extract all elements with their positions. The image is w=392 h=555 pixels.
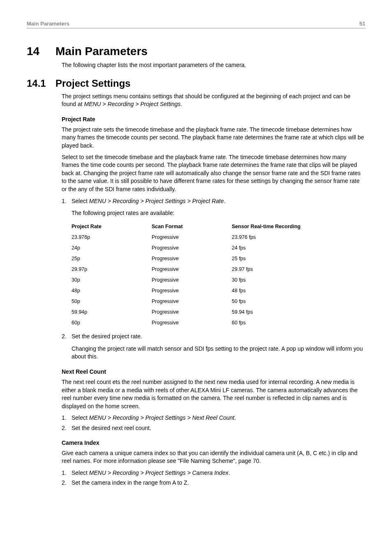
table-cell: 25p [71,253,152,264]
project-rate-step2-sub: Changing the project rate will match sen… [71,345,365,361]
project-rate-table: Project Rate Scan Format Sensor Real-tim… [71,221,322,328]
table-cell: 23.976 fps [232,232,322,243]
step1-path: MENU > Recording > Project Settings > Pr… [89,198,224,204]
table-cell: Progressive [152,232,232,243]
th-scan-format: Scan Format [152,221,232,232]
list-item: 2. Set the desired next reel count. [62,424,365,432]
page-header: Main Parameters 51 [27,21,365,28]
table-cell: 48p [71,285,152,296]
section-heading: 14.1 Project Settings [27,78,365,89]
camera-index-head: Camera Index [62,439,365,446]
chapter-title: Main Parameters [55,45,148,58]
table-cell: Progressive [152,317,232,328]
ci-step1-a: Select [71,469,89,476]
th-sensor-recording: Sensor Real-time Recording [232,221,322,232]
table-cell: Progressive [152,296,232,307]
table-cell: Progressive [152,275,232,285]
step1-c: . [224,198,226,204]
table-cell: 29.97p [71,264,152,275]
table-row: 59.94pProgressive59.94 fps [71,307,322,317]
section-intro: The project settings menu contains setti… [62,92,365,109]
table-cell: 60 fps [232,317,322,328]
chapter-heading: 14 Main Parameters [27,45,365,58]
header-title: Main Parameters [27,21,69,27]
nr-step1-a: Select [71,414,89,421]
table-cell: 25 fps [232,253,322,264]
table-cell: Progressive [152,264,232,275]
table-cell: Progressive [152,285,232,296]
table-row: 29.97pProgressive29.97 fps [71,264,322,275]
list-item: 1. Select MENU > Recording > Project Set… [62,197,365,205]
section-intro-c: . [181,101,182,107]
table-cell: 50 fps [232,296,322,307]
list-number: 2. [62,332,71,340]
project-rate-step1-sub: The following project rates are availabl… [71,209,365,217]
list-text: Select MENU > Recording > Project Settin… [71,469,365,477]
table-cell: 60p [71,317,152,328]
table-cell: 30p [71,275,152,285]
step1-a: Select [71,198,89,204]
table-header-row: Project Rate Scan Format Sensor Real-tim… [71,221,322,232]
list-item: 1. Select MENU > Recording > Project Set… [62,469,365,477]
list-text: Select MENU > Recording > Project Settin… [71,414,365,422]
chapter-number: 14 [27,45,55,58]
project-rate-step2-list: 2. Set the desired project rate. [62,332,365,340]
next-reel-head: Next Reel Count [62,368,365,375]
camera-index-p1: Give each camera a unique camera index s… [62,449,365,465]
table-cell: 23.976p [71,232,152,243]
table-row: 24pProgressive24 fps [71,243,322,253]
table-cell: 24p [71,243,152,253]
project-rate-head: Project Rate [62,116,365,123]
th-project-rate: Project Rate [71,221,152,232]
table-cell: 59.94p [71,307,152,317]
list-text: Select MENU > Recording > Project Settin… [71,197,365,205]
header-page-number: 51 [360,21,365,27]
table-cell: 30 fps [232,275,322,285]
table-row: 60pProgressive60 fps [71,317,322,328]
table-cell: 59.94 fps [232,307,322,317]
table-row: 48pProgressive48 fps [71,285,322,296]
table-row: 23.976pProgressive23.976 fps [71,232,322,243]
section-intro-path: MENU > Recording > Project Settings [84,101,181,107]
next-reel-steps: 1. Select MENU > Recording > Project Set… [62,414,365,432]
list-number: 1. [62,197,71,205]
list-item: 2. Set the camera index in the range fro… [62,479,365,487]
table-cell: Progressive [152,243,232,253]
table-cell: Progressive [152,307,232,317]
project-rate-step1-list: 1. Select MENU > Recording > Project Set… [62,197,365,205]
ci-step1-c: . [228,469,230,476]
list-item: 1. Select MENU > Recording > Project Set… [62,414,365,422]
chapter-intro: The following chapter lists the most imp… [62,61,365,69]
section-title: Project Settings [55,78,131,89]
section-number: 14.1 [27,78,55,89]
table-row: 25pProgressive25 fps [71,253,322,264]
list-item: 2. Set the desired project rate. [62,332,365,340]
table-cell: 29.97 fps [232,264,322,275]
project-rate-p1: The project rate sets the timecode timeb… [62,126,365,150]
camera-index-steps: 1. Select MENU > Recording > Project Set… [62,469,365,487]
table-cell: 24 fps [232,243,322,253]
list-text: Set the camera index in the range from A… [71,479,365,487]
list-text: Set the desired project rate. [71,332,365,340]
list-text: Set the desired next reel count. [71,424,365,432]
list-number: 2. [62,424,71,432]
table-row: 30pProgressive30 fps [71,275,322,285]
list-number: 1. [62,414,71,422]
project-rate-p2: Select to set the timecode timebase and … [62,153,365,194]
table-cell: 50p [71,296,152,307]
ci-step1-path: MENU > Recording > Project Settings > Ca… [89,469,228,476]
table-cell: Progressive [152,253,232,264]
table-row: 50pProgressive50 fps [71,296,322,307]
nr-step1-path: MENU > Recording > Project Settings > Ne… [89,414,235,421]
next-reel-p1: The next reel count ets the reel number … [62,378,365,410]
list-number: 1. [62,469,71,477]
table-cell: 48 fps [232,285,322,296]
list-number: 2. [62,479,71,487]
nr-step1-c: . [234,414,236,421]
